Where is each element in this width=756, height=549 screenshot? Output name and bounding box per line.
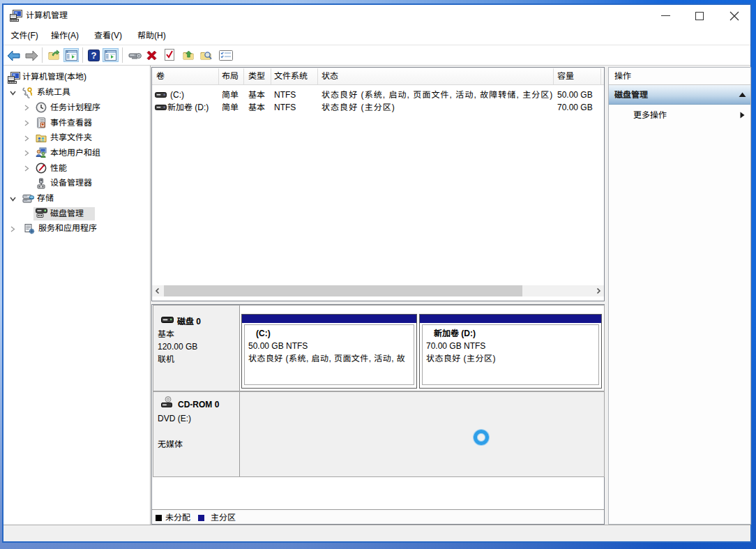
svg-text:?: ?	[91, 50, 97, 61]
